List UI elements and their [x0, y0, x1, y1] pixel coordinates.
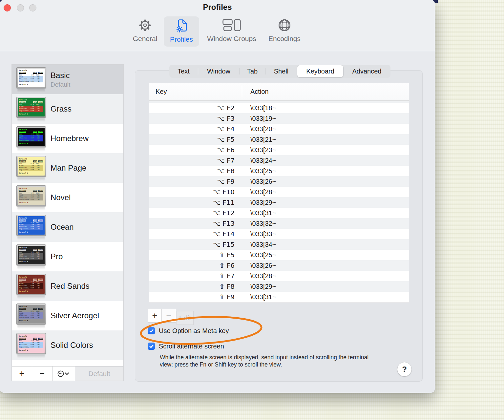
- thumbnail-reflection: [17, 207, 45, 210]
- table-row[interactable]: ⌥ F12 \033[31~: [149, 208, 409, 218]
- key-cell: ⌥ F14: [149, 230, 242, 238]
- toolbar-label: Encodings: [268, 35, 301, 43]
- checkbox-checked[interactable]: [148, 343, 155, 350]
- action-cell: \033[34~: [242, 241, 409, 248]
- profile-list-item[interactable]: Terminal# COMMAND %CPU RPRVT top 4.1% 23…: [12, 153, 123, 183]
- key-cell: ⇧ F8: [149, 283, 242, 290]
- profile-tab[interactable]: Keyboard: [297, 65, 343, 77]
- globe-icon: [277, 16, 292, 34]
- help-button[interactable]: ?: [397, 362, 411, 376]
- toolbar: General: [0, 16, 435, 48]
- remove-key-button[interactable]: −: [161, 309, 176, 323]
- key-cell: ⇧ F5: [149, 251, 242, 259]
- document-gear-icon: [174, 17, 189, 35]
- action-cell: \033[31~: [242, 209, 409, 217]
- more-options-button[interactable]: [52, 367, 75, 381]
- profile-name: Man Page: [51, 163, 86, 173]
- profile-name: Silver Aerogel: [51, 311, 99, 320]
- table-row[interactable]: ⌥ F14 \033[33~: [149, 229, 409, 239]
- action-cell: \033[28~: [242, 188, 409, 196]
- titlebar: Profiles: [0, 0, 435, 51]
- profile-list-item[interactable]: Terminal# COMMAND %CPU RPRVT top 4.1% 23…: [12, 94, 123, 124]
- profile-list-item[interactable]: Terminal# COMMAND %CPU RPRVT top 4.1% 23…: [12, 183, 123, 212]
- profile-thumbnail: Terminal# COMMAND %CPU RPRVT top 4.1% 23…: [16, 215, 46, 240]
- action-cell: \033[28~: [242, 272, 409, 280]
- toolbar-item-profiles[interactable]: Profiles: [164, 16, 199, 47]
- key-cell: ⌥ F10: [149, 188, 242, 196]
- add-key-button[interactable]: +: [148, 309, 162, 323]
- table-row[interactable]: ⌥ F5 \033[21~: [149, 134, 409, 145]
- table-row[interactable]: ⇧ F8 \033[29~: [149, 281, 409, 292]
- table-row[interactable]: ⌥ F15 \033[34~: [149, 239, 409, 250]
- profile-name: Solid Colors: [51, 341, 93, 350]
- thumbnail-reflection: [17, 148, 45, 151]
- table-row[interactable]: ⌥ F13 \033[32~: [149, 218, 409, 229]
- default-button[interactable]: Default: [75, 367, 123, 381]
- profile-list-item[interactable]: Terminal# COMMAND %CPU RPRVT top 4.1% 23…: [12, 271, 123, 301]
- table-row[interactable]: ⌥ F9 \033[26~: [149, 176, 409, 187]
- action-cell: \033[18~: [242, 104, 409, 112]
- table-row[interactable]: ⌥ F2 \033[18~: [149, 103, 409, 113]
- key-cell: ⌥ F11: [149, 199, 242, 206]
- table-row[interactable]: ⇧ F6 \033[26~: [149, 260, 409, 271]
- action-cell: \033[33~: [242, 230, 409, 238]
- column-header-key[interactable]: Key: [149, 88, 242, 95]
- table-header: Key Action: [149, 83, 409, 101]
- table-row[interactable]: ⌥ F6 \033[23~: [149, 145, 409, 155]
- toolbar-item-general[interactable]: General: [130, 16, 160, 47]
- profile-list-item[interactable]: Terminal# COMMAND %CPU RPRVT top 4.1% 23…: [12, 65, 123, 94]
- key-cell: ⇧ F7: [149, 272, 242, 280]
- profile-tab[interactable]: Advanced: [343, 65, 390, 78]
- table-row[interactable]: ⌥ F7 \033[24~: [149, 155, 409, 166]
- profile-name: Novel: [51, 193, 71, 202]
- table-row[interactable]: ⌥ F4 \033[20~: [149, 124, 409, 134]
- profile-list: Terminal# COMMAND %CPU RPRVT top 4.1% 23…: [11, 64, 124, 381]
- table-row[interactable]: ⌥ F11 \033[29~: [149, 197, 409, 208]
- table-row[interactable]: ⌥ F10 \033[28~: [149, 187, 409, 197]
- profile-list-footer: + − Default: [12, 366, 123, 381]
- profile-list-item[interactable]: Terminal# COMMAND %CPU RPRVT top 4.1% 23…: [12, 330, 123, 360]
- gear-icon: [137, 16, 153, 34]
- action-cell: \033[26~: [242, 178, 409, 185]
- column-divider[interactable]: [242, 86, 242, 97]
- window-groups-icon: [222, 16, 241, 34]
- action-cell: \033[20~: [242, 125, 409, 133]
- checkbox-row[interactable]: Use Option as Meta key: [148, 327, 229, 335]
- edit-key-button[interactable]: Edit: [177, 311, 194, 325]
- action-cell: \033[23~: [242, 146, 409, 154]
- table-row[interactable]: ⇧ F5 \033[25~: [149, 250, 409, 260]
- toolbar-item-encodings[interactable]: Encodings: [264, 16, 304, 47]
- profile-tab[interactable]: Text: [169, 65, 198, 78]
- remove-profile-button[interactable]: −: [32, 367, 52, 381]
- toolbar-item-window-groups[interactable]: Window Groups: [203, 16, 261, 47]
- profile-tab[interactable]: Window: [198, 65, 240, 78]
- profile-list-item[interactable]: Terminal# COMMAND %CPU RPRVT top 4.1% 23…: [12, 212, 123, 242]
- thumbnail-reflection: [17, 89, 45, 92]
- table-row[interactable]: ⇧ F9 \033[31~: [149, 292, 409, 302]
- thumbnail-reflection: [17, 178, 45, 180]
- profile-tab[interactable]: Tab: [240, 65, 265, 78]
- profile-list-item[interactable]: Terminal# COMMAND %CPU RPRVT top 4.1% 23…: [12, 242, 123, 271]
- key-mapping-table: Key Action ⌥ F2 \033[18~ ⌥ F3 \033[19~ ⌥…: [149, 83, 409, 303]
- toolbar-label: Window Groups: [207, 35, 256, 43]
- ellipsis-circle-chevron-icon: [57, 370, 70, 378]
- table-row[interactable]: ⌥ F8 \033[25~: [149, 166, 409, 176]
- profile-tab[interactable]: Shell: [265, 65, 297, 78]
- profile-thumbnail: Terminal# COMMAND %CPU RPRVT top 4.1% 23…: [16, 185, 46, 210]
- profile-list-item[interactable]: Terminal# COMMAND %CPU RPRVT top 4.1% 23…: [12, 301, 123, 330]
- checkbox-row[interactable]: Scroll alternate screen: [148, 342, 229, 350]
- action-cell: \033[25~: [242, 167, 409, 175]
- checkmark-icon: [149, 329, 154, 333]
- profile-list-item[interactable]: Terminal# COMMAND %CPU RPRVT top 4.1% 23…: [12, 124, 123, 153]
- profile-thumbnail: Terminal# COMMAND %CPU RPRVT top 4.1% 23…: [16, 97, 46, 121]
- checkbox-checked[interactable]: [148, 327, 155, 334]
- profile-name: Grass: [51, 104, 72, 114]
- key-cell: ⌥ F15: [149, 241, 242, 248]
- profile-thumbnail: Terminal# COMMAND %CPU RPRVT top 4.1% 23…: [16, 244, 46, 269]
- table-row[interactable]: ⇧ F7 \033[28~: [149, 271, 409, 281]
- window-title: Profiles: [0, 3, 435, 12]
- table-row[interactable]: ⌥ F3 \033[19~: [149, 113, 409, 124]
- add-profile-button[interactable]: +: [12, 367, 32, 381]
- key-cell: ⌥ F6: [149, 146, 242, 154]
- column-header-action[interactable]: Action: [242, 88, 409, 95]
